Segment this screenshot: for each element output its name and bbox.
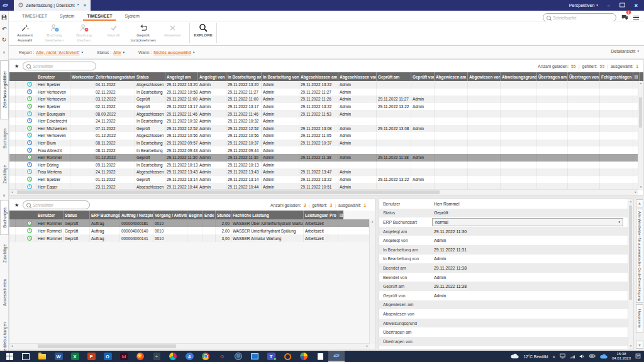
- onedrive-icon[interactable]: [600, 354, 608, 359]
- signal-icon[interactable]: [570, 354, 575, 359]
- collapse-panel-down-icon[interactable]: ∨: [636, 341, 643, 349]
- quickfilter-input[interactable]: Schnellfilter: [23, 200, 90, 209]
- taskbar-icon-task-view[interactable]: [18, 351, 34, 362]
- weather-text[interactable]: 12°C Bewölkt: [523, 354, 548, 359]
- table-row[interactable]: Frau Mertens24.11.2022Abgeschlossen29.11…: [9, 168, 643, 176]
- left-tab-zeiterfassungsbl-tter[interactable]: Zeiterfassungsblätter: [0, 60, 9, 119]
- table-row[interactable]: Herr Michaelsen07.11.2022Geprüft29.11.20…: [9, 125, 643, 133]
- left-tab-buchungen[interactable]: Buchungen: [0, 200, 9, 235]
- column-header-gepr-ft-am[interactable]: Geprüft am: [377, 72, 411, 81]
- tray-expand-icon[interactable]: ∧: [553, 354, 555, 359]
- collapse-panel-up-icon[interactable]: ∧: [636, 199, 643, 207]
- global-search-input[interactable]: Schnellsuche: [543, 13, 616, 22]
- column-header-pro[interactable]: Pro: [328, 211, 338, 219]
- battery-icon[interactable]: [589, 354, 596, 359]
- column-header-stunden[interactable]: Stunden: [216, 211, 231, 219]
- column-header-abgewiesen-von[interactable]: Abgewiesen von: [468, 72, 501, 81]
- network-monitor-icon[interactable]: [560, 353, 565, 359]
- table-row[interactable]: Herr Rommel01.12.2022Geprüft29.11.2022 1…: [9, 154, 643, 162]
- ribbon-tab-2[interactable]: TIMESHEET: [80, 11, 118, 21]
- save-icon[interactable]: [0, 13, 8, 22]
- taskbar-icon-globe[interactable]: [230, 351, 247, 362]
- column-header-fehlgeschlagen-am[interactable]: Fehlgeschlagen am: [600, 72, 633, 81]
- column-header-abweisungsgrund[interactable]: Abweisungsgrund: [501, 72, 537, 81]
- erp-buchungsart-dropdown[interactable]: normal▾: [432, 218, 623, 226]
- window-restore-icon[interactable]: [619, 3, 625, 8]
- ribbon-tab-0[interactable]: TIMESHEET: [16, 11, 53, 21]
- taskbar-icon-timesheet-app[interactable]: [328, 351, 345, 362]
- left-tab-zuschl-ge[interactable]: Zuschläge: [0, 157, 9, 191]
- column-header-angelegt-von[interactable]: Angelegt von: [198, 72, 226, 81]
- column-header-in-bearbeitung-am[interactable]: In Bearbeitung am: [226, 72, 262, 81]
- volume-icon[interactable]: [579, 354, 585, 359]
- toolbar-button-explore[interactable]: EXPLORE: [192, 21, 214, 37]
- taskbar-icon-teams[interactable]: T: [263, 351, 279, 362]
- toolbar-button-geprüft-zurücknehmen[interactable]: Geprüftzurücknehmen: [128, 21, 158, 43]
- close-icon[interactable]: ×: [635, 3, 638, 9]
- column-header-abgeschlossen-am[interactable]: Abgeschlossen am: [299, 72, 338, 81]
- column-header-leistungsart[interactable]: Leistungsart: [304, 211, 328, 219]
- column-header-zeiterfassungsdatum[interactable]: Zeiterfassungsdatum: [94, 72, 135, 81]
- left-tab-anwesenheiten[interactable]: Anwesenheiten: [0, 272, 9, 313]
- column-header-gepr-ft-von[interactable]: Geprüft von: [411, 72, 435, 81]
- bookings-hscrollbar[interactable]: ◄►: [9, 343, 370, 349]
- column-header-angelegt-am[interactable]: Angelegt am: [165, 72, 198, 81]
- quickfilter-input[interactable]: Schnellfilter: [23, 62, 96, 70]
- undo-icon[interactable]: ↶: [0, 24, 8, 33]
- taskbar-icon-firefox[interactable]: [132, 351, 148, 362]
- left-tab-zuschl-ge[interactable]: Zuschläge: [0, 236, 9, 270]
- taskbar-icon-opera[interactable]: O: [214, 351, 230, 362]
- perspectives-menu[interactable]: Perspektiven▾: [569, 3, 598, 8]
- column-header-erp-buchungsart[interactable]: ERP Buchungsart: [90, 211, 120, 219]
- taskbar-icon-app-4[interactable]: 4: [181, 351, 197, 362]
- refresh-icon[interactable]: ↻: [0, 35, 8, 44]
- taskbar-icon-word[interactable]: W: [50, 351, 67, 362]
- taskbar-icon-design-app[interactable]: [165, 351, 181, 362]
- main-hscrollbar[interactable]: ◄►: [9, 189, 638, 195]
- table-row[interactable]: Frau Albrecht08.11.2022In Bearbeitung29.…: [9, 146, 643, 154]
- clock[interactable]: 15:38 04.01.2023: [612, 352, 631, 361]
- left-tab-buchungen[interactable]: Buchungen: [0, 121, 9, 156]
- minimize-icon[interactable]: –: [608, 3, 610, 8]
- favorite-filter-icon[interactable]: ★: [14, 63, 19, 69]
- table-row[interactable]: Herr Eckebrecht24.11.2022In Bearbeitung2…: [9, 118, 643, 125]
- taskbar-icon-excel[interactable]: X: [67, 351, 83, 362]
- taskbar-icon-calculator[interactable]: ÷: [148, 351, 165, 362]
- column-header-status[interactable]: Status: [135, 72, 165, 81]
- column-header-fachliche-leistung[interactable]: Fachliche Leistung: [231, 211, 304, 219]
- main-vscrollbar[interactable]: ▲▼: [638, 81, 643, 190]
- taskbar-icon-file-explorer[interactable]: [34, 351, 50, 362]
- taskbar-icon-chrome[interactable]: [197, 351, 214, 362]
- taskbar-icon-indesign[interactable]: Id: [116, 351, 132, 362]
- bookings-vscrollbar[interactable]: ▲: [369, 219, 375, 344]
- table-row[interactable]: Herr Spelzer01.11.2022Geprüft29.11.2022 …: [9, 176, 643, 184]
- taskbar-icon-notepad[interactable]: [312, 351, 328, 362]
- collapse-ribbon-icon[interactable]: ∧: [0, 47, 8, 57]
- view-selector[interactable]: Detailansicht▾: [611, 49, 639, 53]
- column-header--bertragen-am[interactable]: Übertragen am: [537, 72, 568, 81]
- taskbar-icon-orange-ring[interactable]: [279, 351, 296, 362]
- table-row[interactable]: Herr Spelzer04.11.2022Abgeschlossen29.11…: [9, 81, 643, 89]
- column-header-workcenter[interactable]: Workcenter: [70, 72, 94, 81]
- ribbon-tab-3[interactable]: System: [118, 11, 145, 21]
- table-row[interactable]: Herr Blum08.11.2022In Bearbeitung29.11.2…: [9, 140, 643, 147]
- status-filter[interactable]: Status : Alle ▾: [97, 50, 125, 55]
- table-row[interactable]: Herr RommelGeprüftAuftrag000004000141001…: [9, 234, 375, 242]
- table-row[interactable]: Herr Spelzer02.11.2022Geprüft29.11.2022 …: [9, 103, 643, 111]
- column-header-benutzer[interactable]: Benutzer: [36, 211, 64, 219]
- column-header-abgewiesen-am[interactable]: Abgewiesen am: [435, 72, 468, 81]
- taskbar-icon-outlook[interactable]: O: [99, 351, 116, 362]
- column-header-beginn[interactable]: Beginn: [187, 211, 203, 219]
- right-tab-hauptseite[interactable]: Hauptseite: [636, 304, 643, 333]
- taskbar-icon-start[interactable]: [1, 351, 18, 362]
- table-row[interactable]: Herr Verhoeven03.12.2022Geprüft29.11.202…: [9, 96, 643, 103]
- taskbar-icon-game[interactable]: [296, 351, 312, 362]
- right-tab-wertfelder[interactable]: Alle Wertfelder für automatische Code-Be…: [636, 209, 643, 303]
- action-center-icon[interactable]: [635, 353, 641, 359]
- wann-filter[interactable]: Wann : Nichts ausgewählt ▾: [138, 50, 194, 55]
- report-filter[interactable]: Report : Alle, nicht 'Archiviert' ▾: [19, 50, 83, 55]
- table-row[interactable]: Herr Bourquain08.09.2022Abgeschlossen29.…: [9, 110, 643, 118]
- more-tabs-icon[interactable]: ∨: [0, 190, 8, 200]
- column-header-status[interactable]: Status: [64, 211, 90, 219]
- column-header-abgeschlossen-von[interactable]: Abgeschlossen von: [338, 72, 377, 81]
